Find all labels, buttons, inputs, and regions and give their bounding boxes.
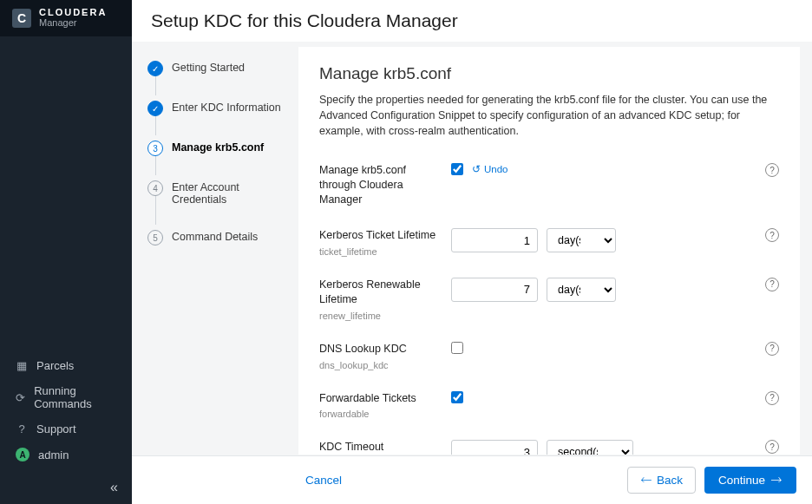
step-circle: 5 — [147, 230, 163, 245]
manage-checkbox[interactable] — [451, 163, 463, 175]
timeout-value-input[interactable] — [451, 440, 538, 455]
support-icon: ? — [16, 422, 28, 435]
row-renew-lifetime: Kerberos Renewable Lifetime renew_lifeti… — [319, 269, 779, 333]
renew-label: Kerberos Renewable Lifetime — [319, 278, 437, 307]
ticket-sublabel: ticket_lifetime — [319, 246, 437, 257]
step-manage-krb5[interactable]: 3 Manage krb5.conf — [147, 134, 286, 173]
step-label: Enter KDC Information — [172, 101, 281, 114]
renew-sublabel: renew_lifetime — [319, 311, 437, 321]
fwd-sublabel: forwardable — [319, 409, 437, 419]
undo-icon: ↺ — [472, 163, 481, 175]
undo-link[interactable]: ↺Undo — [472, 163, 508, 175]
running-icon: ⟳ — [16, 391, 25, 404]
page-header: Setup KDC for this Cloudera Manager — [132, 0, 812, 42]
avatar: A — [16, 448, 29, 461]
step-label: Getting Started — [172, 61, 245, 74]
ticket-label: Kerberos Ticket Lifetime — [319, 228, 437, 243]
fwd-checkbox[interactable] — [451, 391, 463, 403]
parcels-icon: ▦ — [16, 359, 28, 372]
ticket-unit-select[interactable]: day(s) — [547, 228, 616, 252]
brand-product: Manager — [39, 18, 107, 29]
panel-description: Specify the properties needed for genera… — [319, 92, 779, 139]
brand-logo: C — [12, 9, 31, 28]
panel-title: Manage krb5.conf — [319, 64, 779, 83]
help-icon[interactable]: ? — [765, 163, 779, 177]
help-icon[interactable]: ? — [765, 278, 779, 291]
step-enter-kdc-info[interactable]: ✓ Enter KDC Information — [147, 94, 286, 134]
nav-parcels-label: Parcels — [36, 359, 74, 372]
step-circle: 4 — [147, 180, 163, 196]
nav-user[interactable]: A admin — [0, 442, 132, 468]
manage-label: Manage krb5.conf through Cloudera Manage… — [319, 163, 437, 207]
step-getting-started[interactable]: ✓ Getting Started — [147, 54, 286, 94]
arrow-right-icon: 🡒 — [770, 474, 783, 487]
ticket-value-input[interactable] — [451, 228, 538, 252]
step-label: Manage krb5.conf — [172, 141, 264, 154]
help-icon[interactable]: ? — [765, 342, 779, 356]
step-circle: ✓ — [147, 101, 163, 116]
main: Setup KDC for this Cloudera Manager ✓ Ge… — [132, 0, 812, 504]
sidebar: C CLOUDERA Manager ▦ Parcels ⟳ Running C… — [0, 0, 132, 504]
row-ticket-lifetime: Kerberos Ticket Lifetime ticket_lifetime… — [319, 219, 779, 269]
dns-label: DNS Lookup KDC — [319, 342, 437, 357]
help-icon[interactable]: ? — [765, 228, 779, 242]
step-circle: ✓ — [147, 61, 163, 76]
wizard-footer: Cancel 🡐 Back Continue 🡒 — [132, 455, 812, 504]
row-manage-krb5: Manage krb5.conf through Cloudera Manage… — [319, 154, 779, 219]
nav-support[interactable]: ? Support — [0, 416, 132, 442]
page-title: Setup KDC for this Cloudera Manager — [151, 10, 795, 31]
dns-checkbox[interactable] — [451, 342, 463, 354]
arrow-left-icon: 🡐 — [640, 474, 652, 487]
row-kdc-timeout: KDC Timeout kdc_timeout second(s) ? — [319, 431, 779, 455]
form-panel: Manage krb5.conf Specify the properties … — [298, 47, 800, 455]
nav-running-label: Running Commands — [34, 384, 116, 410]
nav-support-label: Support — [36, 422, 76, 435]
cancel-button[interactable]: Cancel — [305, 474, 342, 487]
back-button[interactable]: 🡐 Back — [627, 467, 696, 494]
step-circle: 3 — [147, 141, 163, 156]
continue-button[interactable]: Continue 🡒 — [704, 467, 796, 494]
wizard-stepper: ✓ Getting Started ✓ Enter KDC Informatio… — [144, 42, 286, 455]
brand: C CLOUDERA Manager — [0, 0, 132, 36]
dns-sublabel: dns_lookup_kdc — [319, 360, 437, 370]
chevron-left-double-icon: « — [110, 480, 118, 494]
timeout-unit-select[interactable]: second(s) — [547, 440, 633, 455]
renew-value-input[interactable] — [451, 278, 538, 302]
row-dns-lookup: DNS Lookup KDC dns_lookup_kdc ? — [319, 333, 779, 383]
nav-user-label: admin — [38, 448, 69, 461]
step-label: Enter Account Credentials — [172, 180, 286, 206]
fwd-label: Forwardable Tickets — [319, 391, 437, 406]
timeout-label: KDC Timeout — [319, 440, 437, 455]
step-label: Command Details — [172, 230, 258, 243]
help-icon[interactable]: ? — [765, 391, 779, 405]
nav-running-commands[interactable]: ⟳ Running Commands — [0, 378, 132, 416]
help-icon[interactable]: ? — [765, 440, 779, 454]
step-account-credentials[interactable]: 4 Enter Account Credentials — [147, 173, 286, 223]
nav-parcels[interactable]: ▦ Parcels — [0, 353, 132, 378]
step-command-details[interactable]: 5 Command Details — [147, 223, 286, 263]
sidebar-collapse[interactable]: « — [0, 471, 132, 504]
row-forwardable: Forwardable Tickets forwardable ? — [319, 383, 779, 432]
renew-unit-select[interactable]: day(s) — [547, 278, 616, 302]
